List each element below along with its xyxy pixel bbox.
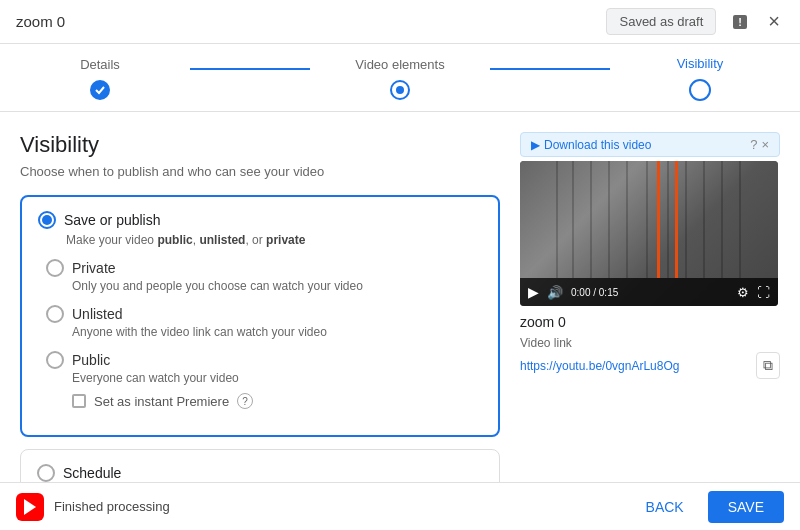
page-title: Visibility <box>20 132 500 158</box>
step-line-2 <box>490 68 610 70</box>
bottom-bar: Finished processing BACK SAVE <box>0 482 800 530</box>
download-play-icon: ▶ <box>531 138 540 152</box>
bottom-right: BACK SAVE <box>634 491 784 523</box>
video-link-label: Video link <box>520 336 780 350</box>
main-content: Visibility Choose when to publish and wh… <box>0 112 800 482</box>
step-dot <box>396 86 404 94</box>
saved-as-draft-button[interactable]: Saved as draft <box>606 8 716 35</box>
public-option: Public Everyone can watch your video Set… <box>46 351 482 409</box>
video-meta-title: zoom 0 <box>520 314 780 330</box>
step-details: Details <box>10 57 190 100</box>
video-thumbnail: ▶ 🔊 0:00 / 0:15 ⚙ ⛶ <box>520 161 778 306</box>
youtube-play-shape <box>24 499 36 515</box>
step-video-elements-circle <box>390 80 410 100</box>
step-line-1 <box>190 68 310 70</box>
download-bar-icons: ? × <box>750 137 769 152</box>
unlisted-label: Unlisted <box>72 306 123 322</box>
youtube-icon <box>16 493 44 521</box>
radio-inner <box>42 215 52 225</box>
schedule-header: Schedule <box>37 464 483 482</box>
download-bar-left: ▶ Download this video <box>531 138 651 152</box>
public-label: Public <box>72 352 110 368</box>
public-option-header: Public <box>46 351 482 369</box>
download-help-icon[interactable]: ? <box>750 137 757 152</box>
close-icon: × <box>768 10 780 33</box>
video-controls: ▶ 🔊 0:00 / 0:15 ⚙ ⛶ <box>520 278 778 306</box>
public-radio[interactable] <box>46 351 64 369</box>
copy-link-button[interactable]: ⧉ <box>756 352 780 379</box>
step-visibility-dot <box>695 85 705 95</box>
private-radio[interactable] <box>46 259 64 277</box>
step-visibility-label: Visibility <box>677 56 724 71</box>
unlisted-option-header: Unlisted <box>46 305 482 323</box>
download-label[interactable]: Download this video <box>544 138 651 152</box>
download-close-icon[interactable]: × <box>761 137 769 152</box>
step-visibility-circle <box>689 79 711 101</box>
stepper: Details Video elements Visibility <box>0 44 800 112</box>
private-desc: Only you and people you choose can watch… <box>72 279 482 293</box>
alert-icon: ! <box>730 12 750 32</box>
private-label: Private <box>72 260 116 276</box>
step-video-elements: Video elements <box>310 57 490 100</box>
premiere-label: Set as instant Premiere <box>94 394 229 409</box>
close-button[interactable]: × <box>764 6 784 37</box>
garage-texture <box>520 161 778 278</box>
garage-line-10 <box>721 161 723 278</box>
volume-icon[interactable]: 🔊 <box>547 285 563 300</box>
visibility-sub-options: Private Only you and people you choose c… <box>46 259 482 409</box>
step-details-label: Details <box>80 57 120 72</box>
garage-line-6 <box>646 161 648 278</box>
step-video-elements-label: Video elements <box>355 57 444 72</box>
private-option: Private Only you and people you choose c… <box>46 259 482 293</box>
unlisted-desc: Anyone with the video link can watch you… <box>72 325 482 339</box>
page-subtitle: Choose when to publish and who can see y… <box>20 164 500 179</box>
settings-icon[interactable]: ⚙ <box>737 285 749 300</box>
save-publish-box: Save or publish Make your video public, … <box>20 195 500 437</box>
right-panel: ▶ Download this video ? × <box>520 132 780 482</box>
garage-line-1 <box>556 161 558 278</box>
step-details-circle <box>90 80 110 100</box>
title-bar: zoom 0 Saved as draft ! × <box>0 0 800 44</box>
schedule-box: Schedule Select a date to make your vide… <box>20 449 500 482</box>
premiere-help-icon[interactable]: ? <box>237 393 253 409</box>
play-button[interactable]: ▶ <box>528 284 539 300</box>
video-link-url[interactable]: https://youtu.be/0vgnArLu8Og <box>520 359 679 373</box>
garage-line-7 <box>667 161 669 278</box>
public-desc: Everyone can watch your video <box>72 371 482 385</box>
fullscreen-icon[interactable]: ⛶ <box>757 285 770 300</box>
alert-icon-button[interactable]: ! <box>726 8 754 36</box>
garage-line-5 <box>626 161 628 278</box>
private-option-header: Private <box>46 259 482 277</box>
save-publish-radio[interactable] <box>38 211 56 229</box>
bottom-left: Finished processing <box>16 493 170 521</box>
time-display: 0:00 / 0:15 <box>571 287 729 298</box>
video-meta: zoom 0 Video link https://youtu.be/0vgnA… <box>520 314 780 379</box>
schedule-title: Schedule <box>63 465 121 481</box>
garage-line-3 <box>590 161 592 278</box>
orange-line-2 <box>675 161 678 278</box>
schedule-radio[interactable] <box>37 464 55 482</box>
save-publish-title: Save or publish <box>64 212 161 228</box>
orange-line-1 <box>657 161 660 278</box>
garage-line-8 <box>685 161 687 278</box>
svg-text:!: ! <box>738 16 742 28</box>
save-publish-desc: Make your video public, unlisted, or pri… <box>66 233 482 247</box>
premiere-row: Set as instant Premiere ? <box>72 393 482 409</box>
save-publish-header: Save or publish <box>38 211 482 229</box>
video-thumb-inner: ▶ 🔊 0:00 / 0:15 ⚙ ⛶ <box>520 161 778 306</box>
processing-status: Finished processing <box>54 499 170 514</box>
garage-line-2 <box>572 161 574 278</box>
garage-line-9 <box>703 161 705 278</box>
garage-line-11 <box>739 161 741 278</box>
save-button[interactable]: SAVE <box>708 491 784 523</box>
left-panel: Visibility Choose when to publish and wh… <box>20 132 520 482</box>
unlisted-radio[interactable] <box>46 305 64 323</box>
window-title: zoom 0 <box>16 13 65 30</box>
download-bar: ▶ Download this video ? × <box>520 132 780 157</box>
garage-line-4 <box>608 161 610 278</box>
premiere-checkbox[interactable] <box>72 394 86 408</box>
title-bar-actions: Saved as draft ! × <box>606 6 784 37</box>
back-button[interactable]: BACK <box>634 491 696 523</box>
unlisted-option: Unlisted Anyone with the video link can … <box>46 305 482 339</box>
step-visibility: Visibility <box>610 56 790 101</box>
